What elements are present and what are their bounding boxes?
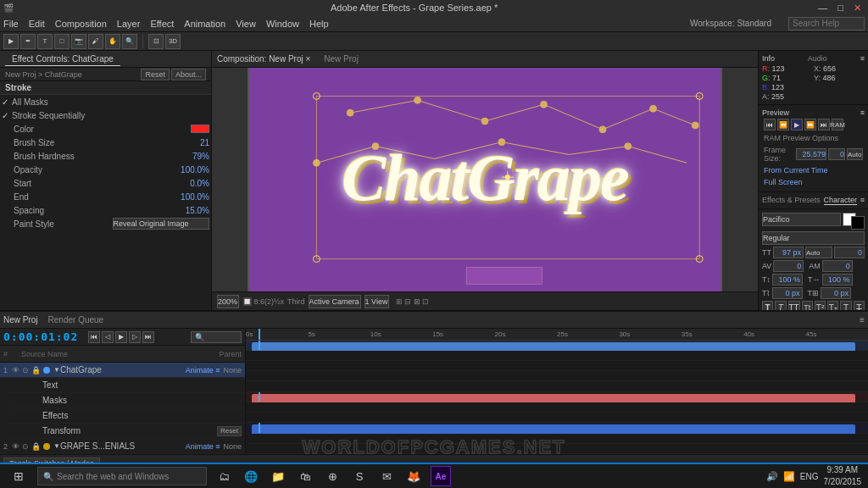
animate-btn-grape[interactable]: Animate ≡ bbox=[186, 442, 220, 451]
tl-first-btn[interactable]: ⏮ bbox=[88, 331, 100, 343]
frame-rate-input[interactable] bbox=[796, 148, 826, 160]
prev-first-btn[interactable]: ⏮ bbox=[764, 119, 776, 130]
layer-row-text1[interactable]: Text bbox=[10, 378, 245, 393]
tool-text[interactable]: T bbox=[37, 34, 53, 49]
layer-row-chatgrape[interactable]: 1 👁 ⊙ 🔒 ▼ ChatGrape Animate ≡ None bbox=[0, 363, 245, 378]
color-swatch[interactable] bbox=[191, 125, 209, 133]
audio-tab[interactable]: Audio bbox=[808, 54, 827, 63]
from-current-link[interactable]: From Current Time bbox=[762, 164, 865, 176]
task-firefox-icon[interactable]: 🦊 bbox=[403, 466, 424, 486]
animate-btn[interactable]: Animate ≡ bbox=[186, 366, 220, 374]
menu-edit[interactable]: Edit bbox=[29, 19, 45, 29]
option-brush-size[interactable]: Brush Size 21 bbox=[0, 136, 211, 149]
zoom-select[interactable]: 200%100%50% bbox=[217, 295, 239, 308]
volume-icon[interactable]: 🔊 bbox=[766, 471, 778, 482]
task-mail-icon[interactable]: ✉ bbox=[376, 466, 397, 486]
about-button[interactable]: About... bbox=[171, 69, 206, 80]
info-tab[interactable]: Info bbox=[762, 54, 775, 63]
transform1-reset-btn[interactable]: Reset bbox=[217, 426, 242, 436]
playhead[interactable] bbox=[259, 329, 260, 340]
3d-toggle[interactable]: ⊞ ⊟ ⊠ ⊡ bbox=[396, 297, 430, 306]
width-input[interactable] bbox=[822, 274, 853, 286]
network-icon[interactable]: 📶 bbox=[783, 471, 795, 482]
paint-style-select[interactable]: Reveal Original Image bbox=[113, 218, 210, 230]
reset-button[interactable]: Reset bbox=[141, 69, 170, 80]
timeline-panel-menu[interactable]: ≡ bbox=[860, 315, 865, 324]
menu-layer[interactable]: Layer bbox=[117, 19, 141, 29]
height-input[interactable] bbox=[772, 274, 803, 286]
layer-vis-grape[interactable]: 👁 bbox=[12, 442, 19, 451]
comp-subtab[interactable]: New Proj bbox=[324, 54, 359, 64]
effects-presets-tab[interactable]: Effects & Presets bbox=[762, 196, 821, 205]
task-edge-icon[interactable]: 🌐 bbox=[241, 466, 261, 486]
minimize-button[interactable]: — bbox=[815, 3, 831, 14]
layer-row-effects[interactable]: Effects bbox=[10, 408, 245, 424]
prev-ram-btn[interactable]: RAM bbox=[832, 119, 843, 130]
task-chrome-icon[interactable]: ⊕ bbox=[322, 466, 342, 486]
effect-controls-tab[interactable]: Effect Controls: ChatGrape bbox=[5, 53, 120, 66]
task-explorer-icon[interactable]: 🗂 bbox=[214, 466, 234, 486]
option-brush-hardness[interactable]: Brush Hardness 79% bbox=[0, 149, 211, 163]
layer-expand-grape[interactable]: ▼ bbox=[53, 442, 60, 450]
tl-prev-btn[interactable]: ◁ bbox=[102, 331, 114, 343]
option-spacing[interactable]: Spacing 15.0% bbox=[0, 203, 211, 217]
menu-file[interactable]: File bbox=[3, 19, 19, 29]
tl-last-btn[interactable]: ⏭ bbox=[142, 331, 154, 343]
font-color-swatch2[interactable] bbox=[851, 216, 865, 230]
font-style-select[interactable]: Regular bbox=[762, 231, 865, 245]
tool-select[interactable]: ▶ bbox=[3, 34, 19, 49]
menu-view[interactable]: View bbox=[236, 19, 256, 29]
layer-vis-chatgrape[interactable]: 👁 bbox=[12, 366, 19, 374]
prev-last-btn[interactable]: ⏭ bbox=[818, 119, 830, 130]
layer-row-masks[interactable]: Masks bbox=[10, 393, 245, 408]
tool-pen[interactable]: ✒ bbox=[20, 34, 36, 49]
preview-tab[interactable]: Preview bbox=[762, 108, 789, 117]
layer-row-transform1[interactable]: Transform Reset bbox=[10, 424, 245, 439]
frame-at-input[interactable] bbox=[828, 148, 845, 160]
menu-animation[interactable]: Animation bbox=[184, 19, 225, 29]
camera-select[interactable]: Active Camera bbox=[309, 295, 361, 308]
full-screen-link[interactable]: Full Screen bbox=[762, 176, 865, 188]
search-help-input[interactable] bbox=[788, 17, 865, 30]
baseline-input[interactable] bbox=[772, 287, 803, 299]
menu-window[interactable]: Window bbox=[266, 19, 299, 29]
tool-hand[interactable]: ✋ bbox=[105, 34, 120, 49]
prev-back-btn[interactable]: ⏪ bbox=[777, 119, 789, 130]
menu-effect[interactable]: Effect bbox=[150, 19, 174, 29]
tracking-input[interactable] bbox=[773, 260, 804, 272]
tool-3d[interactable]: 3D bbox=[165, 34, 181, 49]
auto-select[interactable]: Auto bbox=[847, 148, 863, 160]
maximize-button[interactable]: □ bbox=[834, 3, 847, 14]
render-queue-tab[interactable]: Render Queue bbox=[48, 315, 104, 324]
tsumi-input[interactable] bbox=[821, 287, 851, 299]
comp-tab[interactable]: Composition: New Proj × bbox=[217, 54, 310, 64]
panel-menu-icon[interactable]: ≡ bbox=[860, 54, 865, 63]
task-skype-icon[interactable]: S bbox=[349, 466, 370, 486]
layer-lock-grape[interactable]: 🔒 bbox=[31, 442, 41, 451]
search-taskbar[interactable]: 🔍 Search the web and Windows bbox=[37, 467, 207, 485]
tool-camera[interactable]: 📷 bbox=[71, 34, 86, 49]
layer-row-grape[interactable]: 2 👁 ⊙ 🔒 ▼ GRAPE S...ENIALS Animate ≡ Non… bbox=[0, 439, 245, 454]
tool-snap[interactable]: ⊡ bbox=[148, 34, 164, 49]
tl-next-btn[interactable]: ▷ bbox=[129, 331, 141, 343]
tool-shape[interactable]: □ bbox=[54, 34, 70, 49]
tl-play-btn[interactable]: ▶ bbox=[115, 331, 127, 343]
menu-help[interactable]: Help bbox=[309, 19, 329, 29]
menu-composition[interactable]: Composition bbox=[55, 19, 107, 29]
task-folder-icon[interactable]: 📁 bbox=[268, 466, 288, 486]
layer-search-input[interactable] bbox=[191, 331, 242, 343]
option-color[interactable]: Color bbox=[0, 122, 211, 136]
task-ae-icon[interactable]: Ae bbox=[431, 466, 451, 486]
new-proj-tab[interactable]: New Proj bbox=[3, 315, 38, 324]
tool-brush[interactable]: 🖌 bbox=[88, 34, 103, 49]
font-size-input[interactable] bbox=[773, 247, 804, 258]
layer-lock[interactable]: 🔒 bbox=[31, 366, 41, 374]
kern2-input[interactable] bbox=[822, 260, 853, 272]
start-button[interactable]: ⊞ bbox=[7, 464, 31, 488]
font-family-select[interactable]: Pacifico bbox=[762, 213, 841, 226]
option-paint-style[interactable]: Paint Style Reveal Original Image bbox=[0, 217, 211, 230]
layer-expand-chatgrape[interactable]: ▼ bbox=[53, 366, 60, 374]
font-auto-select[interactable]: Auto bbox=[805, 247, 832, 258]
views-select[interactable]: 1 View bbox=[364, 295, 389, 308]
layer-solo-grape[interactable]: ⊙ bbox=[22, 442, 29, 451]
